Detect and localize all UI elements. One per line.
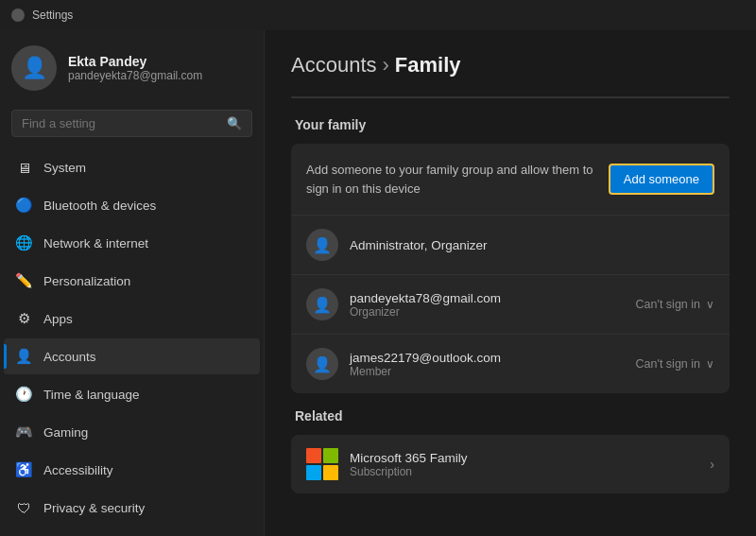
microsoft365-icon xyxy=(306,448,338,480)
member-name: Administrator, Organizer xyxy=(350,238,714,252)
nav-privacy[interactable]: 🛡 Privacy & security xyxy=(4,490,260,526)
nav-bluetooth[interactable]: 🔵 Bluetooth & devices xyxy=(4,187,260,223)
time-icon: 🕐 xyxy=(15,386,32,403)
bluetooth-icon: 🔵 xyxy=(15,197,32,214)
related-header: Related xyxy=(291,408,730,424)
user-email: pandeyekta78@gmail.com xyxy=(68,69,202,82)
search-box[interactable]: 🔍 xyxy=(11,110,252,137)
settings-icon xyxy=(11,9,25,22)
accessibility-icon: ♿ xyxy=(15,461,32,478)
app-body: 👤 Ekta Pandey pandeyekta78@gmail.com 🔍 🖥… xyxy=(0,30,756,536)
breadcrumb-separator: › xyxy=(383,53,389,78)
sidebar: 👤 Ekta Pandey pandeyekta78@gmail.com 🔍 🖥… xyxy=(0,30,265,536)
nav-apps-label: Apps xyxy=(43,312,73,326)
personalization-icon: ✏️ xyxy=(15,272,32,289)
nav-apps[interactable]: ⚙ Apps xyxy=(4,301,260,337)
breadcrumb-bar xyxy=(291,96,730,98)
accounts-icon: 👤 xyxy=(15,348,32,365)
table-row[interactable]: 👤 james22179@outlook.com Member Can't si… xyxy=(291,334,730,393)
breadcrumb: Accounts › Family xyxy=(291,53,730,78)
search-input[interactable] xyxy=(22,116,219,130)
user-info: Ekta Pandey pandeyekta78@gmail.com xyxy=(68,54,202,82)
related-info: Microsoft 365 Family Subscription xyxy=(350,451,698,478)
list-item[interactable]: Microsoft 365 Family Subscription › xyxy=(291,435,730,493)
member-name: james22179@outlook.com xyxy=(350,351,625,365)
related-card: Microsoft 365 Family Subscription › xyxy=(291,435,730,493)
nav-gaming-label: Gaming xyxy=(43,425,88,440)
chevron-down-icon[interactable]: ∨ xyxy=(706,298,714,311)
nav-time-label: Time & language xyxy=(43,388,140,402)
chevron-down-icon[interactable]: ∨ xyxy=(706,357,714,371)
privacy-icon: 🛡 xyxy=(15,499,32,516)
add-someone-button[interactable]: Add someone xyxy=(609,164,714,195)
member-info: pandeyekta78@gmail.com Organizer xyxy=(350,291,625,319)
your-family-header: Your family xyxy=(291,117,730,132)
breadcrumb-current: Family xyxy=(395,53,461,78)
nav-personalization-label: Personalization xyxy=(43,274,130,288)
nav-gaming[interactable]: 🎮 Gaming xyxy=(4,414,260,450)
related-name: Microsoft 365 Family xyxy=(350,451,698,465)
member-status: Can't sign in ∨ xyxy=(636,357,714,371)
avatar: 👤 xyxy=(306,229,338,261)
system-icon: 🖥 xyxy=(15,159,32,176)
avatar: 👤 xyxy=(306,288,338,320)
nav-personalization[interactable]: ✏️ Personalization xyxy=(4,263,260,299)
user-name: Ekta Pandey xyxy=(68,54,202,69)
title-bar: Settings xyxy=(0,0,756,30)
avatar: 👤 xyxy=(11,45,57,91)
family-card: Add someone to your family group and all… xyxy=(291,144,730,393)
add-someone-row: Add someone to your family group and all… xyxy=(291,144,730,215)
cant-sign-in-label: Can't sign in xyxy=(636,298,700,311)
member-role: Organizer xyxy=(350,305,625,319)
nav-time[interactable]: 🕐 Time & language xyxy=(4,376,260,412)
nav-windows-update[interactable]: ⟳ Windows Update xyxy=(4,527,260,536)
title-bar-label: Settings xyxy=(32,9,73,22)
nav-accounts[interactable]: 👤 Accounts xyxy=(4,338,260,374)
table-row: 👤 Administrator, Organizer xyxy=(291,215,730,274)
search-icon: 🔍 xyxy=(227,116,242,130)
member-status: Can't sign in ∨ xyxy=(636,298,714,311)
add-someone-description: Add someone to your family group and all… xyxy=(306,161,609,198)
apps-icon: ⚙ xyxy=(15,310,32,327)
nav-network[interactable]: 🌐 Network & internet xyxy=(4,225,260,261)
nav-accounts-label: Accounts xyxy=(43,350,96,364)
nav-system[interactable]: 🖥 System xyxy=(4,149,260,185)
nav-network-label: Network & internet xyxy=(43,236,148,251)
chevron-right-icon: › xyxy=(710,457,714,472)
gaming-icon: 🎮 xyxy=(15,424,32,441)
nav-accessibility-label: Accessibility xyxy=(43,463,113,477)
content-area: Accounts › Family Your family Add someon… xyxy=(265,30,756,536)
avatar: 👤 xyxy=(306,348,338,380)
nav-privacy-label: Privacy & security xyxy=(43,501,145,515)
nav-system-label: System xyxy=(43,161,86,175)
related-sub: Subscription xyxy=(350,465,698,478)
table-row[interactable]: 👤 pandeyekta78@gmail.com Organizer Can't… xyxy=(291,274,730,334)
member-role: Member xyxy=(350,365,625,378)
nav-accessibility[interactable]: ♿ Accessibility xyxy=(4,452,260,488)
user-profile[interactable]: 👤 Ekta Pandey pandeyekta78@gmail.com xyxy=(0,30,264,102)
nav-bluetooth-label: Bluetooth & devices xyxy=(43,199,156,213)
member-name: pandeyekta78@gmail.com xyxy=(350,291,625,305)
breadcrumb-parent[interactable]: Accounts xyxy=(291,53,377,78)
network-icon: 🌐 xyxy=(15,234,32,251)
member-info: Administrator, Organizer xyxy=(350,238,714,252)
cant-sign-in-label: Can't sign in xyxy=(636,357,700,371)
member-info: james22179@outlook.com Member xyxy=(350,351,625,378)
